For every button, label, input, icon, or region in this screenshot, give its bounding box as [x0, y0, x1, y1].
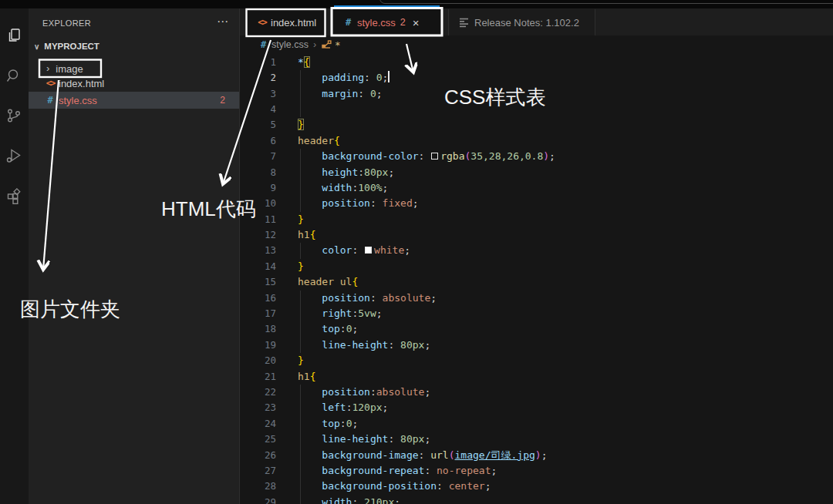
gutter — [276, 149, 298, 164]
code-text: height:80px; — [298, 165, 394, 180]
tab-release-notes[interactable]: Release Notes: 1.102.2 — [450, 9, 595, 35]
code-token: ; — [485, 480, 491, 492]
extensions-icon[interactable] — [5, 187, 22, 204]
gutter — [276, 133, 298, 149]
code-line-5[interactable]: 5} — [240, 117, 833, 133]
code-token — [298, 197, 322, 209]
code-token: 0 — [376, 72, 383, 83]
code-token: : — [352, 496, 364, 504]
breadcrumb[interactable]: # style.css › * — [240, 35, 833, 54]
tab-style-css[interactable]: # style.css 2 × — [333, 9, 440, 35]
code-line-6[interactable]: 6header{ — [240, 133, 833, 149]
gutter — [276, 495, 298, 504]
search-icon[interactable] — [5, 67, 22, 84]
code-token: } — [298, 213, 304, 225]
code-token: : — [424, 465, 437, 476]
gutter — [276, 369, 298, 385]
code-token: color — [322, 244, 352, 256]
code-line-28[interactable]: 28 background-position: center; — [240, 479, 833, 494]
html-file-icon: <> — [256, 17, 268, 28]
sidebar-item-style-css[interactable]: # style.css 2 — [29, 92, 239, 109]
sidebar-item-index-html[interactable]: <> index.html — [29, 76, 239, 91]
folder-label: image — [56, 63, 83, 75]
code-token: 120px — [352, 402, 382, 413]
line-number: 22 — [240, 385, 276, 400]
code-line-16[interactable]: 16 position: absolute; — [240, 291, 833, 306]
code-line-24[interactable]: 24 top:0; — [240, 416, 833, 432]
indent-guide — [300, 180, 301, 196]
explorer-icon[interactable] — [5, 27, 22, 44]
line-number: 23 — [240, 400, 276, 415]
gutter — [276, 117, 298, 133]
code-line-12[interactable]: 12h1{ — [240, 227, 833, 243]
code-editor[interactable]: 1*{2 padding: 0;3 margin: 0;45}6header{7… — [240, 55, 833, 504]
breadcrumb-symbol[interactable]: * — [335, 39, 341, 51]
project-root-row[interactable]: ∨ MYPROJECT — [29, 38, 239, 55]
tab-index-html[interactable]: <> index.html — [247, 9, 325, 35]
line-number: 16 — [240, 291, 276, 306]
code-line-8[interactable]: 8 height:80px; — [240, 165, 833, 180]
code-line-18[interactable]: 18 top:0; — [240, 321, 833, 337]
code-text: position: absolute; — [298, 291, 437, 306]
code-token: fixed — [383, 197, 413, 209]
code-line-19[interactable]: 19 line-height: 80px; — [240, 338, 833, 353]
code-line-15[interactable]: 15header ul{ — [240, 274, 833, 290]
code-line-29[interactable]: 29 width: 210px; — [240, 495, 833, 504]
code-text: top:0; — [298, 416, 358, 432]
file-label: style.css — [59, 95, 97, 106]
line-number: 26 — [240, 448, 276, 463]
gutter — [276, 165, 298, 180]
code-line-26[interactable]: 26 background-image: url(image/司绿.jpg); — [240, 448, 833, 463]
code-line-9[interactable]: 9 width:100%; — [240, 180, 833, 196]
code-line-14[interactable]: 14} — [240, 259, 833, 274]
code-line-17[interactable]: 17 right:5vw; — [240, 306, 833, 321]
code-token: ; — [383, 182, 389, 193]
line-number: 15 — [240, 274, 276, 290]
breadcrumb-file[interactable]: style.css — [271, 39, 309, 50]
line-number: 25 — [240, 432, 276, 447]
indent-guide — [300, 495, 301, 504]
code-line-23[interactable]: 23 left:120px; — [240, 400, 833, 415]
code-line-7[interactable]: 7 background-color: rgba(35,28,26,0.8); — [240, 149, 833, 164]
code-text: margin: 0; — [298, 86, 383, 102]
code-token: ( — [449, 449, 455, 461]
code-token: ; — [394, 496, 400, 504]
code-token: left — [322, 402, 346, 413]
close-icon[interactable]: × — [413, 16, 420, 29]
code-token: 100% — [358, 182, 382, 193]
code-line-11[interactable]: 11} — [240, 212, 833, 227]
vscode-window: EXPLORER ⋯ ∨ MYPROJECT › image <> index.… — [0, 0, 833, 504]
code-token — [298, 182, 322, 193]
code-line-13[interactable]: 13 color: white; — [240, 243, 833, 258]
code-token: } — [298, 119, 304, 130]
indent-guide — [300, 149, 301, 164]
code-token: : — [370, 386, 376, 398]
css-rule-symbol-icon — [321, 39, 332, 50]
code-token — [298, 496, 322, 504]
line-number: 12 — [240, 227, 276, 243]
indent-guide — [300, 385, 301, 400]
code-token: : — [370, 197, 383, 209]
code-token: width — [322, 496, 352, 504]
sidebar-item-image-folder[interactable]: › image — [29, 61, 239, 76]
code-token — [298, 244, 322, 256]
line-number: 28 — [240, 479, 276, 494]
code-token: 80px — [400, 339, 424, 351]
annotation-label-html: HTML代码 — [161, 196, 256, 223]
code-line-25[interactable]: 25 line-height: 80px; — [240, 432, 833, 447]
code-line-21[interactable]: 21h1{ — [240, 369, 833, 385]
code-token: h1 — [298, 371, 310, 382]
line-number: 18 — [240, 321, 276, 337]
more-actions-icon[interactable]: ⋯ — [217, 15, 229, 29]
code-token: ; — [413, 197, 419, 209]
code-line-10[interactable]: 10 position: fixed; — [240, 196, 833, 211]
code-text: } — [298, 117, 304, 133]
run-debug-icon[interactable] — [5, 147, 22, 164]
code-token: background-color — [322, 150, 418, 162]
code-line-27[interactable]: 27 background-repeat: no-repeat; — [240, 463, 833, 479]
code-line-1[interactable]: 1*{ — [240, 55, 833, 70]
source-control-icon[interactable] — [5, 107, 22, 124]
code-line-22[interactable]: 22 position:absolute; — [240, 385, 833, 400]
annotation-label-css: CSS样式表 — [444, 84, 545, 111]
code-line-20[interactable]: 20} — [240, 353, 833, 368]
